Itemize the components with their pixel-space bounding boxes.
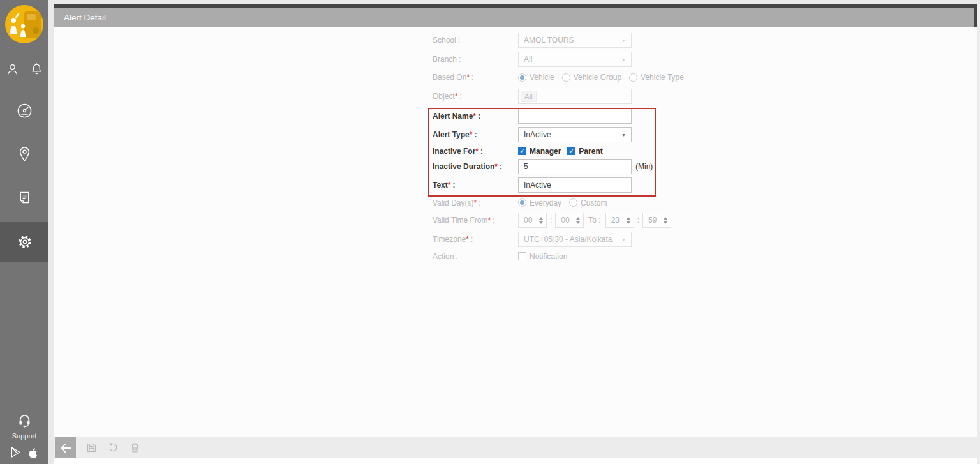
- time-separator: :: [637, 216, 639, 225]
- action-checkbox-notification: Notification: [518, 252, 567, 261]
- row-school: School: AMOL TOURS▼: [433, 33, 632, 48]
- report-document-icon: [17, 189, 32, 206]
- alert-name-label: Alert Name*:: [433, 112, 518, 121]
- gear-icon: [17, 233, 33, 251]
- from-hour-stepper: 00: [518, 213, 547, 228]
- user-icon: [6, 62, 19, 77]
- checkbox-checked-icon: ✓: [518, 147, 526, 155]
- row-alert-type: Alert Type*: InActive▼: [433, 127, 632, 142]
- row-inactive-duration: Inactive Duration*: (Min): [433, 159, 653, 174]
- map-pin-icon: [17, 146, 33, 163]
- top-strip: [54, 0, 977, 4]
- chevron-down-icon: ▼: [621, 57, 626, 62]
- to-label: To :: [588, 216, 600, 225]
- back-button[interactable]: [55, 437, 76, 458]
- based-on-radio-vehicle: Vehicle: [518, 73, 554, 82]
- timezone-select: UTC+05:30 - Asia/Kolkata▼: [518, 232, 632, 247]
- support-label: Support: [0, 432, 48, 440]
- alert-name-input[interactable]: [518, 109, 632, 124]
- right-gutter: [977, 0, 980, 464]
- time-separator: :: [550, 216, 552, 225]
- arrow-left-icon: [59, 441, 73, 455]
- sidebar-item-live-tracking[interactable]: [17, 146, 33, 166]
- duration-unit-label: (Min): [635, 162, 653, 171]
- branch-label: Branch:: [433, 55, 518, 64]
- branch-select: All▼: [518, 52, 632, 67]
- row-inactive-for: Inactive For*: ✓Manager ✓Parent: [433, 146, 609, 156]
- object-multiselect: All: [518, 89, 632, 104]
- main-panel: Alert Detail School: AMOL TOURS▼ Branch:…: [54, 4, 977, 458]
- checkbox-unchecked-icon: [518, 252, 526, 260]
- to-minute-stepper: 59: [642, 213, 671, 228]
- row-valid-time: Valid Time From*: 00 : 00 To : 23 : 59: [433, 213, 671, 228]
- refresh-button[interactable]: [107, 442, 119, 454]
- text-input[interactable]: [518, 177, 632, 193]
- stepper-arrows-icon: [576, 217, 580, 224]
- sidebar-item-settings[interactable]: [0, 222, 48, 262]
- app-logo[interactable]: [5, 5, 43, 43]
- text-label: Text*:: [433, 181, 518, 190]
- school-label: School:: [433, 36, 518, 45]
- left-gutter: [48, 0, 54, 464]
- valid-time-label: Valid Time From*:: [433, 216, 518, 225]
- based-on-radio-vehicle-type: Vehicle Type: [629, 73, 684, 82]
- save-button[interactable]: [85, 442, 98, 454]
- stepper-arrows-icon: [539, 217, 543, 224]
- stepper-arrows-icon: [627, 217, 630, 224]
- sidebar-item-support[interactable]: Support: [0, 414, 48, 440]
- google-play-glyph: [9, 445, 22, 459]
- headset-icon: [17, 414, 33, 428]
- object-label: Object*:: [433, 92, 518, 101]
- chevron-down-icon: ▼: [621, 237, 626, 242]
- bell-icon: [30, 61, 43, 77]
- chevron-down-icon: ▼: [621, 133, 626, 137]
- row-text: Text*:: [433, 177, 632, 193]
- page-title: Alert Detail: [64, 13, 106, 22]
- valid-days-label: Valid Day(s)*:: [433, 198, 518, 207]
- sidebar-item-users[interactable]: [6, 62, 19, 80]
- alert-type-label: Alert Type*:: [433, 130, 518, 139]
- alert-type-select[interactable]: InActive▼: [518, 127, 632, 142]
- stepper-arrows-icon: [664, 217, 667, 224]
- row-based-on: Based On*: Vehicle Vehicle Group Vehicle…: [433, 71, 692, 84]
- row-timezone: Timezone*: UTC+05:30 - Asia/Kolkata▼: [433, 232, 632, 247]
- apple-glyph: [27, 445, 40, 460]
- speedometer-icon: [16, 102, 33, 119]
- row-action: Action: Notification: [433, 251, 574, 262]
- based-on-radio-vehicle-group: Vehicle Group: [562, 73, 621, 82]
- row-object: Object*: All: [433, 89, 632, 104]
- row-valid-days: Valid Day(s)*: Everyday Custom: [433, 197, 614, 208]
- app-store-icon[interactable]: [27, 445, 40, 463]
- panel-header: Alert Detail: [54, 8, 977, 27]
- action-label: Action:: [433, 252, 518, 261]
- refresh-icon: [107, 442, 119, 454]
- inactive-for-label: Inactive For*:: [433, 147, 518, 156]
- alert-detail-form: School: AMOL TOURS▼ Branch: All▼ Based O…: [54, 27, 977, 437]
- object-chip: All: [521, 91, 537, 102]
- timezone-label: Timezone*:: [433, 235, 518, 244]
- to-hour-stepper: 23: [605, 213, 634, 228]
- row-alert-name: Alert Name*:: [433, 109, 632, 124]
- sidebar-item-reports[interactable]: [17, 189, 32, 209]
- form-toolbar: [54, 437, 977, 458]
- row-branch: Branch: All▼: [433, 52, 632, 67]
- inactive-for-checkbox-parent[interactable]: ✓Parent: [567, 147, 602, 156]
- chevron-down-icon: ▼: [621, 38, 626, 43]
- sidebar-item-notifications[interactable]: [30, 61, 43, 80]
- sidebar-item-dashboard[interactable]: [16, 102, 33, 122]
- inactive-duration-label: Inactive Duration*:: [433, 162, 518, 171]
- google-play-icon[interactable]: [9, 445, 22, 463]
- valid-days-radio-everyday: Everyday: [518, 198, 561, 207]
- valid-days-radio-custom: Custom: [569, 198, 607, 207]
- inactive-for-checkbox-manager[interactable]: ✓Manager: [518, 147, 561, 156]
- trash-icon: [129, 442, 141, 454]
- based-on-label: Based On*:: [433, 73, 518, 82]
- delete-button[interactable]: [128, 442, 141, 454]
- from-minute-stepper: 00: [555, 213, 584, 228]
- school-select: AMOL TOURS▼: [518, 33, 632, 48]
- checkbox-checked-icon: ✓: [567, 147, 575, 155]
- save-icon: [85, 442, 98, 454]
- inactive-duration-input[interactable]: [518, 159, 632, 174]
- school-bus-logo-icon: [5, 5, 43, 43]
- sidebar: Support: [0, 0, 48, 464]
